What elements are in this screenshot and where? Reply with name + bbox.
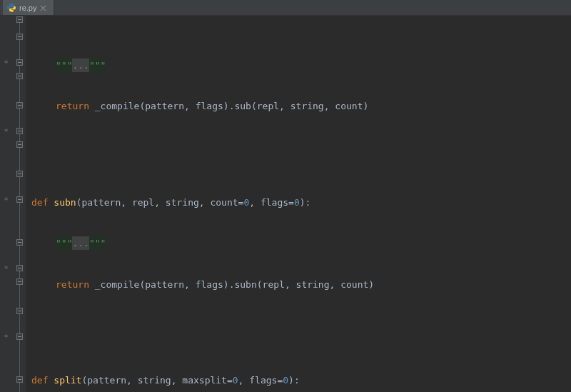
code-area[interactable]: """...""" return _compile(pattern, flags… (26, 16, 435, 392)
fold-lane[interactable] (16, 16, 24, 392)
python-file-icon (7, 4, 16, 12)
gutter-marker[interactable]: * (3, 129, 9, 135)
fold-marker[interactable] (16, 333, 24, 341)
close-icon[interactable] (40, 4, 46, 11)
fold-marker[interactable] (16, 196, 24, 203)
fold-marker[interactable] (16, 307, 24, 315)
tab-filename: re.py (19, 4, 36, 12)
code-line (31, 141, 435, 154)
fold-marker[interactable] (16, 16, 24, 24)
code-line (31, 318, 435, 332)
code-line: """...""" (31, 236, 435, 250)
gutter-marker[interactable]: * (3, 60, 9, 66)
code-line: def split(pattern, string, maxsplit=0, f… (31, 373, 435, 387)
code-line: return _compile(pattern, flags).sub(repl… (31, 99, 435, 113)
gutter-marker[interactable]: * (3, 197, 9, 203)
fold-marker[interactable] (16, 101, 24, 109)
gutter: * * * * * (0, 16, 26, 392)
fold-marker[interactable] (16, 59, 24, 66)
code-line: def subn(pattern, repl, string, count=0,… (31, 196, 435, 209)
fold-marker[interactable] (16, 141, 24, 149)
gutter-marker[interactable]: * (3, 334, 9, 341)
fold-marker[interactable] (16, 376, 24, 383)
code-editor[interactable]: * * * * * """...""" return (0, 16, 571, 392)
gutter-marker[interactable]: * (3, 266, 9, 272)
tab-bar: re.py (0, 0, 571, 16)
fold-marker[interactable] (16, 127, 24, 135)
code-line: return _compile(pattern, flags).subn(rep… (31, 278, 435, 291)
fold-marker[interactable] (16, 72, 24, 80)
fold-marker[interactable] (16, 33, 24, 41)
fold-marker[interactable] (16, 170, 24, 178)
fold-marker[interactable] (16, 264, 24, 272)
code-line: """...""" (31, 59, 435, 72)
breakpoint-lane[interactable]: * * * * * (0, 16, 13, 392)
fold-marker[interactable] (16, 278, 24, 286)
file-tab[interactable]: re.py (3, 0, 54, 15)
fold-marker[interactable] (16, 238, 24, 246)
